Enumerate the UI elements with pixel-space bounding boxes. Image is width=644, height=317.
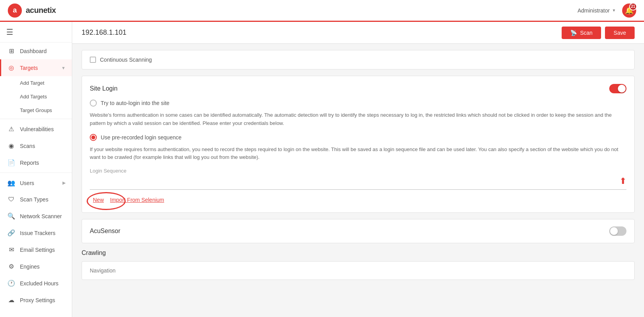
admin-label: Administrator (578, 7, 610, 14)
header-actions: 📡 Scan Save (562, 27, 635, 39)
sidebar-item-vulnerabilities[interactable]: ⚠ Vulnerabilities (0, 121, 72, 137)
sidebar-item-proxy-settings[interactable]: ☁ Proxy Settings (0, 292, 72, 308)
sidebar-label-scan-types: Scan Types (20, 196, 48, 203)
auto-login-description: Website's forms authentication in some c… (90, 111, 626, 128)
sidebar-item-engines[interactable]: ⚙ Engines (0, 258, 72, 275)
proxy-icon: ☁ (7, 296, 15, 304)
sidebar-item-network-scanner[interactable]: 🔍 Network Scanner (0, 208, 72, 224)
issue-trackers-icon: 🔗 (7, 229, 15, 237)
reports-icon: 📄 (7, 159, 15, 166)
vulnerabilities-icon: ⚠ (7, 125, 15, 133)
upload-icon[interactable]: ⬆ (619, 176, 626, 186)
sidebar-item-target-groups[interactable]: Target Groups (0, 103, 72, 117)
auto-login-radio[interactable] (90, 100, 97, 107)
notification-button[interactable]: 🔔 21 (622, 4, 636, 18)
email-icon: ✉ (7, 246, 15, 253)
scan-button[interactable]: 📡 Scan (562, 27, 601, 39)
sidebar-item-issue-trackers[interactable]: 🔗 Issue Trackers (0, 224, 72, 241)
scans-icon: ◉ (7, 142, 15, 150)
divider-1 (0, 119, 72, 119)
admin-menu[interactable]: Administrator ▼ (578, 7, 616, 14)
site-login-title: Site Login (90, 85, 117, 92)
site-login-toggle[interactable] (609, 84, 626, 93)
site-login-header: Site Login (90, 84, 626, 93)
clock-icon: 🕐 (7, 280, 15, 287)
sidebar-label-proxy-settings: Proxy Settings (20, 297, 55, 303)
scan-types-icon: 🛡 (7, 196, 15, 203)
logo-icon: a (8, 4, 22, 18)
sidebar-label-users: Users (20, 180, 34, 186)
save-label: Save (614, 30, 626, 36)
users-chevron-icon: ▶ (62, 180, 66, 185)
sidebar-label-vulnerabilities: Vulnerabilities (20, 126, 54, 132)
sidebar-label-issue-trackers: Issue Trackers (20, 230, 55, 236)
sidebar-item-add-targets[interactable]: Add Targets (0, 90, 72, 103)
acusensor-toggle-knob (610, 227, 618, 235)
continuous-scanning-label: Continuous Scanning (100, 57, 152, 63)
page-content: 192.168.1.101 📡 Scan Save Continuous Sca… (72, 22, 644, 317)
target-icon: ◎ (7, 64, 15, 71)
sidebar-item-scan-types[interactable]: 🛡 Scan Types (0, 191, 72, 208)
import-from-selenium-button[interactable]: Import From Selenium (107, 195, 167, 205)
sidebar-item-email-settings[interactable]: ✉ Email Settings (0, 241, 72, 258)
pre-recorded-radio[interactable] (90, 134, 97, 141)
dashboard-icon: ⊞ (7, 47, 15, 55)
acusensor-title: AcuSensor (90, 228, 120, 235)
network-icon: 🔍 (7, 212, 15, 220)
sidebar-item-targets[interactable]: ◎ Targets ▼ (0, 59, 72, 76)
sidebar-label-excluded-hours: Excluded Hours (20, 280, 59, 287)
sidebar-label-target-groups: Target Groups (20, 107, 52, 113)
sidebar-item-scans[interactable]: ◉ Scans (0, 137, 72, 154)
targets-chevron-icon: ▼ (61, 66, 66, 70)
sidebar-label-targets: Targets (20, 65, 38, 71)
pre-recorded-description: If your website requires forms authentic… (90, 146, 626, 162)
continuous-scanning-checkbox[interactable] (90, 57, 96, 63)
sidebar-header: ☰ (0, 22, 72, 43)
logo-text: acunetix (26, 6, 56, 15)
pre-recorded-label: Use pre-recorded login sequence (101, 134, 181, 141)
pre-recorded-radio-row: Use pre-recorded login sequence (90, 134, 626, 141)
login-sequence-section: Login Sequence ⬆ New Import From Seleniu… (90, 168, 626, 205)
scan-radar-icon: 📡 (570, 30, 577, 36)
topbar: a acunetix Administrator ▼ 🔔 21 (0, 0, 644, 22)
main-layout: ☰ ⊞ Dashboard ◎ Targets ▼ Add Target Add… (0, 22, 644, 317)
toggle-knob (618, 85, 626, 93)
scan-label: Scan (580, 30, 592, 36)
logo-letter: a (13, 6, 17, 14)
logo-area: a acunetix (8, 4, 56, 18)
page-title: 192.168.1.101 (82, 28, 126, 37)
sidebar-label-engines: Engines (20, 264, 40, 270)
sidebar: ☰ ⊞ Dashboard ◎ Targets ▼ Add Target Add… (0, 22, 72, 317)
crawling-section: Crawling Navigation (82, 249, 635, 280)
page-header: 192.168.1.101 📡 Scan Save (72, 22, 644, 44)
sidebar-item-excluded-hours[interactable]: 🕐 Excluded Hours (0, 275, 72, 292)
users-icon: 👥 (7, 179, 15, 187)
save-button[interactable]: Save (605, 27, 635, 39)
sidebar-label-email-settings: Email Settings (20, 247, 55, 253)
new-import-row: New Import From Selenium (90, 195, 626, 205)
site-login-card: Site Login Try to auto-login into the si… (82, 76, 635, 213)
sidebar-item-add-target[interactable]: Add Target (0, 76, 72, 90)
continuous-scanning-card: Continuous Scanning (82, 50, 635, 69)
continuous-scanning-row: Continuous Scanning (90, 57, 152, 63)
hamburger-icon[interactable]: ☰ (6, 28, 13, 36)
scroll-area: Continuous Scanning Site Login Try to au… (72, 44, 644, 317)
topbar-right: Administrator ▼ 🔔 21 (578, 4, 636, 18)
sidebar-item-reports[interactable]: 📄 Reports (0, 154, 72, 171)
sidebar-label-scans: Scans (20, 143, 35, 149)
divider-2 (0, 173, 72, 173)
new-button[interactable]: New (90, 195, 107, 205)
navigation-label: Navigation (90, 267, 116, 274)
sidebar-item-users[interactable]: 👥 Users ▶ (0, 175, 72, 191)
sidebar-label-add-targets: Add Targets (20, 94, 47, 100)
acusensor-card: AcuSensor (82, 219, 635, 243)
sidebar-label-reports: Reports (20, 160, 39, 166)
radio-inner-dot (91, 135, 95, 139)
notification-badge: 21 (629, 3, 637, 11)
login-sequence-bar: ⬆ (90, 176, 626, 190)
admin-chevron-icon: ▼ (612, 8, 616, 12)
crawling-title: Crawling (82, 249, 635, 256)
sidebar-item-dashboard[interactable]: ⊞ Dashboard (0, 43, 72, 59)
navigation-card: Navigation (82, 261, 635, 280)
acusensor-toggle[interactable] (609, 226, 626, 236)
